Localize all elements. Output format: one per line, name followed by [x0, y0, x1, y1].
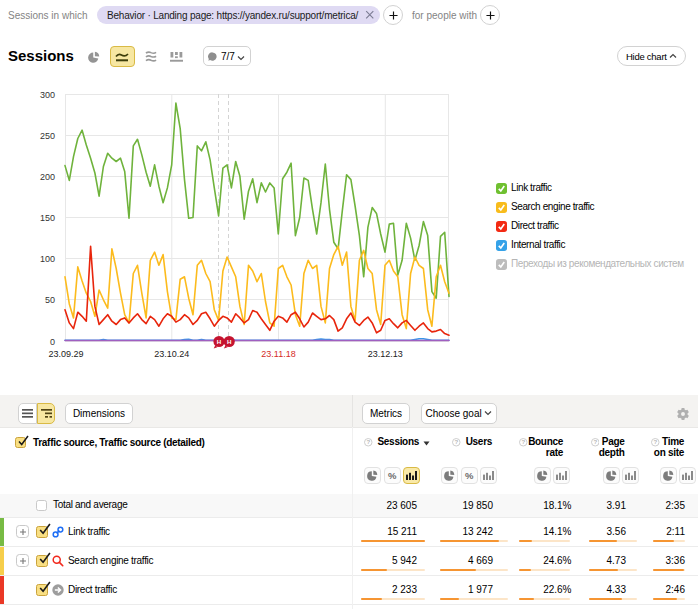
svg-text:250: 250 [40, 131, 55, 141]
svg-text:?: ? [653, 439, 657, 445]
svg-text:150: 150 [40, 213, 55, 223]
svg-text:100: 100 [40, 254, 55, 264]
svg-text:23.11.18: 23.11.18 [261, 349, 295, 359]
svg-text:Н: Н [217, 338, 222, 345]
svg-text:23.09.29: 23.09.29 [48, 349, 83, 359]
svg-text:?: ? [454, 439, 458, 445]
svg-text:200: 200 [40, 172, 55, 182]
svg-text:23.10.24: 23.10.24 [154, 349, 189, 359]
svg-text:300: 300 [40, 90, 55, 100]
svg-text:Н: Н [227, 338, 232, 345]
svg-text:?: ? [366, 439, 370, 445]
svg-text:0: 0 [50, 337, 55, 347]
svg-text:?: ? [593, 439, 597, 445]
svg-text:50: 50 [45, 295, 55, 305]
svg-text:?: ? [521, 439, 525, 445]
svg-text:23.12.13: 23.12.13 [368, 349, 403, 359]
